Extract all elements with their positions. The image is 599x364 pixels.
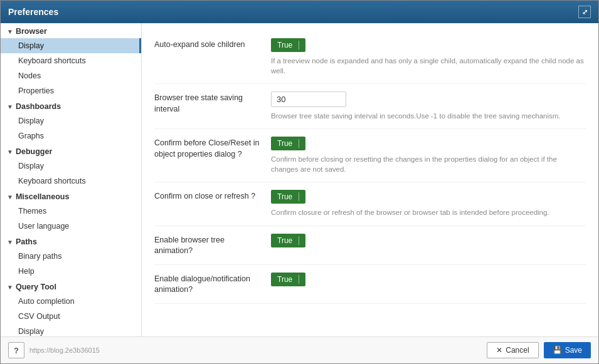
sidebar-item-themes[interactable]: Themes [1,204,141,219]
sidebar-group-label-paths[interactable]: ▼ Paths [1,234,141,249]
sidebar-group-label-dashboards[interactable]: ▼ Dashboards [1,98,141,113]
pref-control-auto-expand: True If a treeview node is expanded and … [271,38,586,76]
sidebar-group-debugger: ▼ Debugger Display Keyboard shortcuts [1,143,141,189]
save-icon: 💾 [553,346,562,355]
save-label: Save [565,346,582,355]
sidebar-item-keyboard-shortcuts-browser[interactable]: Keyboard shortcuts [1,53,141,68]
cancel-button[interactable]: ✕ Cancel [487,342,538,358]
pref-row-auto-expand: Auto-expand sole children True If a tree… [154,31,586,84]
chevron-icon: ▼ [7,103,13,110]
save-button[interactable]: 💾 Save [544,342,591,358]
footer-right: ✕ Cancel 💾 Save [487,342,591,358]
input-tree-state[interactable] [271,91,346,107]
pref-row-confirm-close-reset: Confirm before Close/Reset in object pro… [154,129,586,182]
sidebar-item-properties[interactable]: Properties [1,83,141,98]
sidebar-item-auto-completion[interactable]: Auto completion [1,294,141,309]
pref-desc-confirm-close-reset: Confirm before closing or resetting the … [271,154,586,174]
sidebar-item-display-browser[interactable]: Display [1,38,141,53]
pref-desc-auto-expand: If a treeview node is expanded and has o… [271,56,586,76]
toggle-confirm-close-reset[interactable]: True [271,137,305,150]
sidebar-group-label-query-tool[interactable]: ▼ Query Tool [1,279,141,294]
sidebar-item-csv-output[interactable]: CSV Output [1,309,141,324]
pref-row-confirm-on-close: Confirm on close or refresh ? True Confi… [154,182,586,226]
pref-control-tree-state: Browser tree state saving interval in se… [271,91,586,121]
pref-control-tree-animation: True [271,234,586,247]
pref-control-confirm-on-close: True Confirm closure or refresh of the b… [271,190,586,217]
footer-left: ? https://blog.2e3b36015 [8,342,100,358]
sidebar-item-graphs[interactable]: Graphs [1,128,141,143]
preferences-dialog: Preferences ⤢ ▼ Browser Display Keyboard… [0,0,599,364]
sidebar-group-miscellaneous: ▼ Miscellaneous Themes User language [1,189,141,234]
pref-row-tree-state: Browser tree state saving interval Brows… [154,84,586,129]
sidebar-group-query-tool: ▼ Query Tool Auto completion CSV Output … [1,279,141,336]
sidebar-group-dashboards: ▼ Dashboards Display Graphs [1,98,141,143]
sidebar-group-label-miscellaneous[interactable]: ▼ Miscellaneous [1,189,141,204]
sidebar-group-label-browser[interactable]: ▼ Browser [1,23,141,38]
chevron-icon: ▼ [7,239,13,246]
help-button[interactable]: ? [8,342,24,358]
chevron-icon: ▼ [7,148,13,155]
sidebar-item-help[interactable]: Help [1,264,141,279]
toggle-tree-animation[interactable]: True [271,234,305,247]
toggle-notification-animation[interactable]: True [271,273,305,286]
sidebar-item-display-debugger[interactable]: Display [1,159,141,174]
dialog-body: ▼ Browser Display Keyboard shortcuts Nod… [1,23,598,336]
pref-desc-tree-state: Browser tree state saving interval in se… [271,111,586,121]
sidebar-item-binary-paths[interactable]: Binary paths [1,249,141,264]
pref-row-tree-animation: Enable browser tree animation? True [154,226,586,265]
pref-label-confirm-close-reset: Confirm before Close/Reset in object pro… [154,137,261,160]
pref-label-tree-state: Browser tree state saving interval [154,91,261,115]
pref-label-confirm-on-close: Confirm on close or refresh ? [154,190,261,202]
sidebar: ▼ Browser Display Keyboard shortcuts Nod… [1,23,142,336]
pref-row-notification-animation: Enable dialogue/notification animation? … [154,265,586,304]
footer-url: https://blog.2e3b36015 [29,346,100,354]
sidebar-item-display-dashboards[interactable]: Display [1,113,141,128]
dialog-titlebar: Preferences ⤢ [1,1,598,23]
pref-label-notification-animation: Enable dialogue/notification animation? [154,273,261,296]
pref-desc-confirm-on-close: Confirm closure or refresh of the browse… [271,207,586,217]
chevron-icon: ▼ [7,28,13,35]
cancel-icon: ✕ [496,346,502,355]
dialog-footer: ? https://blog.2e3b36015 ✕ Cancel 💾 Save [1,336,598,363]
main-content: Auto-expand sole children True If a tree… [142,23,598,336]
chevron-icon: ▼ [7,194,13,200]
pref-control-notification-animation: True [271,273,586,286]
chevron-icon: ▼ [7,284,13,291]
dialog-title: Preferences [8,7,58,17]
sidebar-group-label-debugger[interactable]: ▼ Debugger [1,143,141,159]
cancel-label: Cancel [506,346,529,355]
toggle-auto-expand[interactable]: True [271,38,305,52]
sidebar-item-display-querytool[interactable]: Display [1,324,141,336]
pref-label-auto-expand: Auto-expand sole children [154,38,261,51]
pref-label-tree-animation: Enable browser tree animation? [154,234,261,257]
toggle-confirm-on-close[interactable]: True [271,190,305,204]
sidebar-group-paths: ▼ Paths Binary paths Help [1,234,141,279]
pref-control-confirm-close-reset: True Confirm before closing or resetting… [271,137,586,174]
sidebar-group-browser: ▼ Browser Display Keyboard shortcuts Nod… [1,23,141,98]
sidebar-item-nodes[interactable]: Nodes [1,68,141,83]
expand-icon[interactable]: ⤢ [578,6,591,18]
sidebar-item-user-language[interactable]: User language [1,219,141,234]
sidebar-item-keyboard-shortcuts-debugger[interactable]: Keyboard shortcuts [1,174,141,189]
